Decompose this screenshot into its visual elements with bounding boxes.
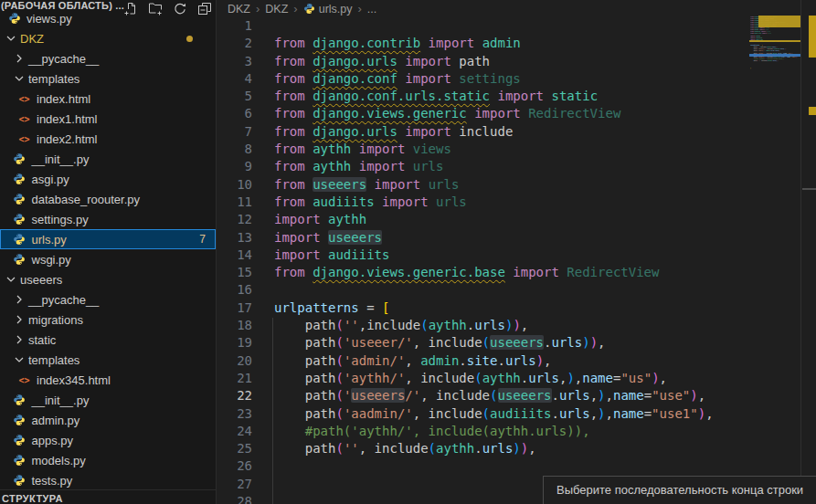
line-number-1[interactable]: 1: [217, 17, 252, 35]
code-line-2[interactable]: from django.contrib import admin: [274, 35, 714, 52]
tree-file-asgi.py[interactable]: asgi.py: [0, 169, 216, 189]
problems-badge: 7: [199, 233, 206, 246]
tree-file-settings.py[interactable]: settings.py: [0, 209, 216, 229]
minimap[interactable]: from django.contrib import adminfrom dja…: [749, 0, 801, 504]
code-line-1[interactable]: [274, 17, 714, 35]
code-line-15[interactable]: from django.views.generic.base import Re…: [274, 264, 714, 281]
python-file-icon: [13, 213, 26, 226]
code-line-9[interactable]: from aythh import urls: [274, 158, 714, 175]
code-line-8[interactable]: from aythh import views: [274, 141, 714, 158]
line-number-12[interactable]: 12: [217, 211, 252, 228]
tree-folder-templates[interactable]: templates: [0, 68, 216, 89]
tree-file-urls.py[interactable]: urls.py7: [0, 229, 216, 249]
line-number-2[interactable]: 2: [217, 35, 252, 52]
tree-item-label: settings.py: [32, 213, 89, 226]
tree-folder-migrations[interactable]: migrations: [0, 310, 216, 330]
code-line-4[interactable]: from django.conf import settings: [274, 70, 714, 88]
breadcrumb-separator: ›: [358, 3, 362, 15]
tree-file-index.html[interactable]: <>index.html: [0, 89, 216, 109]
line-number-15[interactable]: 15: [217, 264, 252, 281]
code-line-20[interactable]: path('admin/', admin.site.urls),: [274, 352, 714, 370]
scrollbar-slider-edge: [802, 188, 816, 190]
code-line-22[interactable]: path('useeers/', include(useeers.urls,),…: [274, 387, 714, 404]
tree-file-__init__.py[interactable]: __init__.py: [0, 149, 216, 169]
code-line-14[interactable]: import audiiits: [274, 247, 714, 264]
code-line-24[interactable]: #path('aythh/', include(aythh.urls)),: [274, 423, 714, 440]
line-number-10[interactable]: 10: [217, 176, 252, 194]
tree-file-wsgi.py[interactable]: wsgi.py: [0, 249, 216, 269]
line-number-26[interactable]: 26: [217, 457, 252, 475]
python-file-icon: [303, 3, 319, 16]
tree-file-models.py[interactable]: models.py: [0, 450, 216, 470]
line-number-14[interactable]: 14: [217, 247, 252, 264]
line-number-6[interactable]: 6: [217, 105, 252, 122]
tree-item-label: __pycache__: [28, 52, 99, 66]
code-line-6[interactable]: from django.views.generic import Redirec…: [274, 105, 714, 122]
code-line-3[interactable]: from django.urls import path: [274, 53, 714, 70]
line-number-9[interactable]: 9: [217, 158, 252, 175]
line-number-8[interactable]: 8: [217, 141, 252, 158]
tree-item-label: index.html: [37, 92, 90, 106]
code-line-11[interactable]: from audiiits import urls: [274, 194, 714, 211]
line-number-27[interactable]: 27: [217, 476, 252, 493]
tree-folder-__pycache__[interactable]: __pycache__: [0, 48, 216, 68]
code-line-5[interactable]: from django.conf.urls.static import stat…: [274, 88, 714, 105]
code-line-25[interactable]: path('', include(aythh.urls)),: [274, 440, 714, 457]
code-editor[interactable]: from django.contrib import adminfrom dja…: [274, 17, 714, 504]
line-number-13[interactable]: 13: [217, 229, 252, 247]
line-number-22[interactable]: 22: [217, 387, 252, 404]
code-line-16[interactable]: [274, 281, 714, 299]
python-file-icon: [13, 474, 26, 488]
code-line-12[interactable]: import aythh: [274, 211, 714, 228]
line-number-16[interactable]: 16: [217, 281, 252, 299]
chevron-down-icon: [12, 71, 26, 86]
breadcrumb-item-DKZ[interactable]: DKZ: [265, 3, 288, 16]
line-number-23[interactable]: 23: [217, 405, 252, 423]
line-number-4[interactable]: 4: [217, 70, 252, 88]
breadcrumb-item-urls.py[interactable]: urls.py: [303, 3, 353, 16]
tree-file-index2.html[interactable]: <>index2.html: [0, 129, 216, 149]
line-number-24[interactable]: 24: [217, 423, 252, 440]
tree-file-admin.py[interactable]: admin.py: [0, 410, 216, 430]
line-number-20[interactable]: 20: [217, 352, 252, 370]
python-file-icon: [13, 253, 26, 267]
code-line-26[interactable]: [274, 457, 714, 475]
tree-item-label: database_roouter.py: [32, 193, 141, 206]
outline-section-header[interactable]: СТРУКТУРА: [0, 489, 216, 504]
tree-file-database_roouter.py[interactable]: database_roouter.py: [0, 189, 216, 209]
breadcrumb-separator: ›: [256, 3, 260, 15]
code-line-17[interactable]: urlpatterns = [: [274, 299, 714, 317]
line-number-25[interactable]: 25: [217, 440, 252, 457]
tree-file-__init__.py[interactable]: __init__.py: [0, 390, 216, 410]
line-number-19[interactable]: 19: [217, 334, 252, 352]
tree-file-views.py[interactable]: views.py: [0, 8, 216, 28]
code-line-18[interactable]: path('',include(aythh.urls)),: [274, 317, 714, 334]
tree-folder-__pycache__[interactable]: __pycache__: [0, 289, 216, 310]
line-number-17[interactable]: 17: [217, 299, 252, 317]
tree-folder-useeers[interactable]: useeers: [0, 269, 216, 289]
breadcrumb-item-DKZ[interactable]: DKZ: [228, 3, 250, 16]
line-number-3[interactable]: 3: [217, 53, 252, 70]
line-number-21[interactable]: 21: [217, 370, 252, 387]
tree-folder-DKZ[interactable]: DKZ: [0, 28, 216, 48]
code-line-10[interactable]: from useeers import urls: [274, 176, 714, 194]
tree-file-index1.html[interactable]: <>index1.html: [0, 109, 216, 129]
tree-file-index345.html[interactable]: <>index345.html: [0, 370, 216, 390]
chevron-right-icon: [12, 332, 26, 347]
code-line-21[interactable]: path('aythh/', include(aythh.urls,),name…: [274, 370, 714, 387]
line-number-28[interactable]: 28: [217, 493, 252, 504]
line-number-7[interactable]: 7: [217, 123, 252, 141]
breadcrumb-item-...[interactable]: ...: [367, 3, 376, 16]
tree-file-tests.py[interactable]: tests.py: [0, 470, 216, 490]
line-number-18[interactable]: 18: [217, 317, 252, 334]
tree-folder-templates[interactable]: templates: [0, 350, 216, 370]
line-number-5[interactable]: 5: [217, 88, 252, 105]
code-line-23[interactable]: path('aadmin/', include(audiiits.urls,),…: [274, 405, 714, 423]
code-line-7[interactable]: from django.urls import include: [274, 123, 714, 141]
scrollbar-overview-ruler[interactable]: [800, 0, 816, 504]
tree-folder-static[interactable]: static: [0, 330, 216, 350]
code-line-19[interactable]: path('useeer/', include(useeers.urls)),: [274, 334, 714, 352]
line-number-11[interactable]: 11: [217, 194, 252, 211]
code-line-13[interactable]: import useeers: [274, 229, 714, 247]
tree-file-apps.py[interactable]: apps.py: [0, 430, 216, 450]
